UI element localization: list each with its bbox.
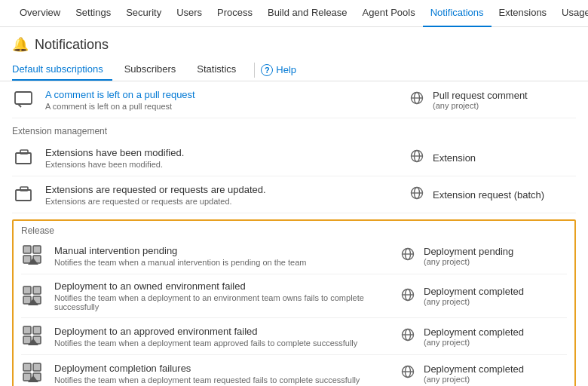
tab-subscribers[interactable]: Subscribers [115,59,185,81]
notif-type-name: Extension request (batch) [433,189,544,201]
svg-rect-16 [23,256,31,263]
notif-title: Extensions are requested or requests are… [45,184,410,195]
sub-nav-divider [254,63,255,78]
extension-icon [12,146,36,170]
nav-usage[interactable]: Usage [554,0,588,27]
notif-type-sub: (any project) [424,297,524,306]
tab-default-subscriptions[interactable]: Default subscriptions [12,59,112,81]
notif-title: Deployment to an owned environment faile… [54,280,401,292]
notif-left: Deployment completion failures Notifies … [21,361,401,385]
svg-rect-22 [23,286,31,294]
notif-type-sub: (any project) [424,257,513,266]
svg-rect-38 [23,363,31,371]
release-section-box: Release Manual intervention pending Noti… [12,219,576,386]
globe-icon [410,186,424,203]
list-item: Extensions are requested or requests are… [12,176,576,213]
nav-overview[interactable]: Overview [12,0,68,27]
notif-right: Deployment completed (any project) [401,286,567,306]
svg-rect-32 [23,336,31,344]
notif-desc: Notifies the team when a deployment team… [54,339,401,348]
list-item: Manual intervention pending Notifies the… [21,237,567,274]
help-link[interactable]: ? Help [261,64,296,76]
content-area: A comment is left on a pull request A co… [0,81,588,386]
notif-desc: Notifies the team when a deployment to a… [54,293,401,311]
notif-type-sub: (any project) [433,101,528,110]
pull-request-icon [12,87,36,112]
notif-type-name: Deployment completed [424,363,524,375]
svg-rect-24 [23,296,31,304]
page-header: 🔔 Notifications [0,27,588,59]
notif-title: Deployment to an approved environment fa… [54,326,401,337]
notif-type-name: Deployment pending [424,246,513,257]
nav-notifications[interactable]: Notifications [423,0,492,27]
list-item: A comment is left on a pull request A co… [12,81,576,118]
notif-desc: A comment is left on a pull request [45,102,410,111]
top-navigation: Overview Settings Security Users Process… [0,0,588,27]
section-label-extension: Extension management [12,118,576,139]
notif-title: Deployment completion failures [54,363,401,374]
notif-type-name: Deployment completed [424,326,524,338]
notif-title: Extensions have been modified. [45,147,410,158]
notif-text: Deployment to an owned environment faile… [54,280,401,311]
notif-right: Pull request comment (any project) [410,90,576,110]
list-item: Deployment to an owned environment faile… [21,274,567,318]
list-item: Deployment to an approved environment fa… [21,318,567,355]
globe-icon [401,365,415,381]
notif-title: Manual intervention pending [54,245,401,256]
nav-extensions[interactable]: Extensions [492,0,555,27]
notif-type-name: Pull request comment [433,90,528,101]
nav-build-release[interactable]: Build and Release [260,0,355,27]
extension-request-icon [12,182,36,207]
globe-icon [410,149,424,166]
nav-agent-pools[interactable]: Agent Pools [355,0,423,27]
notif-type: Extension [433,152,476,164]
svg-rect-39 [33,363,41,371]
notif-desc: Notifies the team when a deployment team… [54,375,401,384]
notif-type: Pull request comment (any project) [433,90,528,110]
notifications-icon: 🔔 [12,36,29,53]
tab-statistics[interactable]: Statistics [188,59,245,81]
notif-type-name: Extension [433,152,476,164]
notif-desc: Notifies the team when a manual interven… [54,258,401,267]
svg-rect-23 [33,286,41,294]
deployment-owned-icon [21,284,45,308]
globe-icon [401,328,415,345]
svg-rect-40 [23,373,31,381]
svg-rect-0 [15,92,32,104]
notif-text: A comment is left on a pull request A co… [45,89,410,111]
notif-text: Manual intervention pending Notifies the… [54,245,401,267]
svg-rect-14 [23,246,31,253]
deployment-approved-icon [21,324,45,348]
nav-process[interactable]: Process [210,0,260,27]
svg-rect-15 [33,246,41,253]
notif-type: Extension request (batch) [433,189,544,201]
notif-right: Extension request (batch) [410,186,576,203]
nav-settings[interactable]: Settings [68,0,118,27]
svg-rect-5 [20,150,28,154]
svg-rect-30 [23,326,31,334]
notif-type: Deployment pending (any project) [424,246,513,266]
notif-right: Deployment completed (any project) [401,326,567,347]
notif-text: Deployment to an approved environment fa… [54,326,401,348]
notif-text: Extensions have been modified. Extension… [45,147,410,169]
nav-security[interactable]: Security [118,0,169,27]
notif-left: Deployment to an owned environment faile… [21,280,401,311]
manual-intervention-icon [21,244,45,268]
globe-icon [410,91,424,108]
notif-left: Extensions are requested or requests are… [12,182,410,207]
notif-type: Deployment completed (any project) [424,363,524,384]
svg-rect-4 [16,153,31,164]
notif-title: A comment is left on a pull request [45,89,410,100]
notif-type-sub: (any project) [424,338,524,347]
notif-left: Extensions have been modified. Extension… [12,146,410,170]
page-title: Notifications [35,37,109,53]
notif-type-sub: (any project) [424,375,524,384]
svg-rect-31 [33,326,41,334]
notif-left: Deployment to an approved environment fa… [21,324,401,348]
notif-right: Deployment completed (any project) [401,363,567,384]
sub-navigation: Default subscriptions Subscribers Statis… [0,59,588,81]
globe-icon [401,288,415,305]
notif-right: Extension [410,149,576,166]
nav-users[interactable]: Users [169,0,210,27]
notif-desc: Extensions are requested or requests are… [45,197,410,206]
